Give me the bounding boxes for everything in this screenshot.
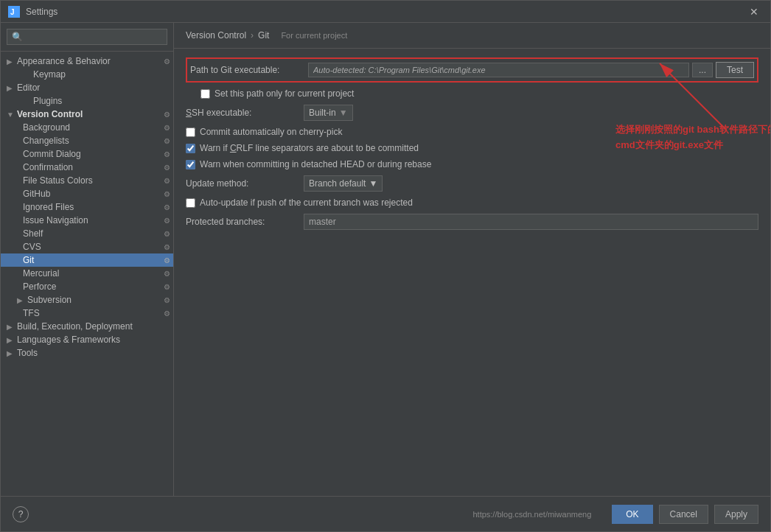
sidebar-item-appearance[interactable]: ▶ Appearance & Behavior ⚙ <box>1 55 173 68</box>
settings-icon: ⚙ <box>164 124 170 132</box>
git-settings-panel: Path to Git executable: ... Test Set thi… <box>174 49 770 496</box>
cancel-button[interactable]: Cancel <box>659 505 708 524</box>
sidebar-item-background[interactable]: Background ⚙ <box>1 121 173 134</box>
settings-icon: ⚙ <box>164 57 170 66</box>
sidebar-item-confirmation[interactable]: Confirmation ⚙ <box>1 161 173 174</box>
update-method-select[interactable]: Branch default ▼ <box>304 175 383 192</box>
settings-icon: ⚙ <box>164 111 170 119</box>
sidebar-item-ignored-files[interactable]: Ignored Files ⚙ <box>1 200 173 214</box>
settings-icon: ⚙ <box>164 230 170 238</box>
set-path-checkbox[interactable] <box>200 89 210 99</box>
sidebar-item-shelf[interactable]: Shelf ⚙ <box>1 227 173 240</box>
sidebar-item-tools[interactable]: ▶ Tools <box>1 346 173 360</box>
cherry-pick-checkbox[interactable] <box>186 127 195 137</box>
settings-icon: ⚙ <box>164 283 170 291</box>
settings-icon: ⚙ <box>164 164 170 172</box>
crlf-label: Warn if CRLF line separators are about t… <box>200 143 419 153</box>
sidebar: 🔍 ▶ Appearance & Behavior ⚙ ▶ Keymap ▶ <box>1 23 174 496</box>
settings-icon: ⚙ <box>164 296 170 304</box>
set-path-label: Set this path only for current project <box>214 88 354 99</box>
settings-icon: ⚙ <box>164 256 170 265</box>
sidebar-item-git[interactable]: Git ⚙ <box>1 253 173 267</box>
footer: ? https://blog.csdn.net/miwanmeng OK Can… <box>1 496 770 531</box>
settings-icon: ⚙ <box>164 217 170 225</box>
content-area: 🔍 ▶ Appearance & Behavior ⚙ ▶ Keymap ▶ <box>1 23 770 496</box>
settings-icon: ⚙ <box>164 137 170 145</box>
breadcrumb: Version Control › Git For current projec… <box>174 23 770 49</box>
sidebar-item-changelists[interactable]: Changelists ⚙ <box>1 134 173 147</box>
expand-arrow: ▶ <box>7 349 17 357</box>
expand-arrow: ▶ <box>17 296 27 304</box>
app-icon: J <box>8 6 20 18</box>
expand-arrow: ▶ <box>7 336 17 344</box>
close-button[interactable]: ✕ <box>745 4 763 19</box>
footer-url: https://blog.csdn.net/miwanmeng <box>472 510 591 519</box>
ssh-row: SSH executable: Built-in ▼ <box>186 105 758 121</box>
test-button[interactable]: Test <box>716 62 754 78</box>
help-button[interactable]: ? <box>13 506 29 522</box>
expand-arrow: ▶ <box>7 323 17 331</box>
update-method-label: Update method: <box>186 178 304 189</box>
settings-icon: ⚙ <box>164 150 170 158</box>
crlf-warn-row: Warn if CRLF line separators are about t… <box>186 143 758 153</box>
crlf-checkbox[interactable] <box>186 144 195 153</box>
settings-icon: ⚙ <box>164 243 170 251</box>
sidebar-item-languages[interactable]: ▶ Languages & Frameworks <box>1 333 173 346</box>
ssh-label: SSH executable: <box>186 108 304 118</box>
title-bar: J Settings ✕ <box>1 1 770 23</box>
sidebar-item-version-control[interactable]: ▼ Version Control ⚙ <box>1 108 173 121</box>
settings-icon: ⚙ <box>164 270 170 278</box>
sidebar-item-build[interactable]: ▶ Build, Execution, Deployment <box>1 320 173 333</box>
search-box: 🔍 <box>1 23 173 52</box>
sidebar-item-issue-navigation[interactable]: Issue Navigation ⚙ <box>1 214 173 227</box>
search-input[interactable]: 🔍 <box>7 29 167 45</box>
path-label: Path to Git executable: <box>190 65 308 75</box>
auto-update-label: Auto-update if push of the current branc… <box>200 197 413 208</box>
search-icon: 🔍 <box>12 32 23 42</box>
sidebar-item-keymap[interactable]: ▶ Keymap <box>1 68 173 81</box>
breadcrumb-project: For current project <box>281 31 347 40</box>
auto-update-row: Auto-update if push of the current branc… <box>186 197 758 208</box>
breadcrumb-version-control: Version Control <box>186 30 246 41</box>
update-method-value: Branch default <box>309 178 366 189</box>
sidebar-item-cvs[interactable]: CVS ⚙ <box>1 240 173 253</box>
sidebar-item-perforce[interactable]: Perforce ⚙ <box>1 280 173 293</box>
settings-icon: ⚙ <box>164 309 170 318</box>
sidebar-item-github[interactable]: GitHub ⚙ <box>1 187 173 200</box>
detached-label: Warn when committing in detached HEAD or… <box>200 159 431 169</box>
ok-button[interactable]: OK <box>612 505 652 524</box>
cherry-pick-row: Commit automatically on cherry-pick <box>186 127 758 137</box>
main-panel: Version Control › Git For current projec… <box>174 23 770 496</box>
sidebar-item-editor[interactable]: ▶ Editor <box>1 81 173 94</box>
protected-label: Protected branches: <box>186 217 304 227</box>
breadcrumb-git: Git <box>258 30 269 41</box>
sidebar-item-file-status-colors[interactable]: File Status Colors ⚙ <box>1 174 173 187</box>
auto-update-checkbox[interactable] <box>186 198 195 208</box>
set-path-row: Set this path only for current project <box>186 88 758 99</box>
window-title: Settings <box>26 7 745 17</box>
ssh-value: Built-in <box>309 108 336 118</box>
apply-button[interactable]: Apply <box>714 505 758 524</box>
update-method-arrow: ▼ <box>369 178 377 189</box>
path-input[interactable] <box>308 63 689 77</box>
sidebar-item-plugins[interactable]: ▶ Plugins <box>1 94 173 108</box>
settings-icon: ⚙ <box>164 177 170 185</box>
sidebar-item-mercurial[interactable]: Mercurial ⚙ <box>1 267 173 280</box>
cherry-pick-label: Commit automatically on cherry-pick <box>200 127 342 137</box>
ssh-dropdown-arrow: ▼ <box>339 108 348 118</box>
protected-input[interactable] <box>304 214 758 230</box>
ssh-select[interactable]: Built-in ▼ <box>304 105 353 121</box>
sidebar-item-subversion[interactable]: ▶ Subversion ⚙ <box>1 293 173 307</box>
footer-left: ? <box>13 506 29 522</box>
update-method-row: Update method: Branch default ▼ <box>186 175 758 192</box>
settings-tree: ▶ Appearance & Behavior ⚙ ▶ Keymap ▶ Edi… <box>1 52 173 496</box>
sidebar-item-commit-dialog[interactable]: Commit Dialog ⚙ <box>1 147 173 161</box>
browse-button[interactable]: ... <box>692 63 713 77</box>
settings-icon: ⚙ <box>164 203 170 211</box>
detached-checkbox[interactable] <box>186 160 195 169</box>
path-field-row: Path to Git executable: ... Test <box>186 57 758 83</box>
settings-icon: ⚙ <box>164 190 170 198</box>
svg-text:J: J <box>10 8 15 16</box>
sidebar-item-tfs[interactable]: TFS ⚙ <box>1 307 173 320</box>
expand-arrow: ▼ <box>7 111 17 119</box>
